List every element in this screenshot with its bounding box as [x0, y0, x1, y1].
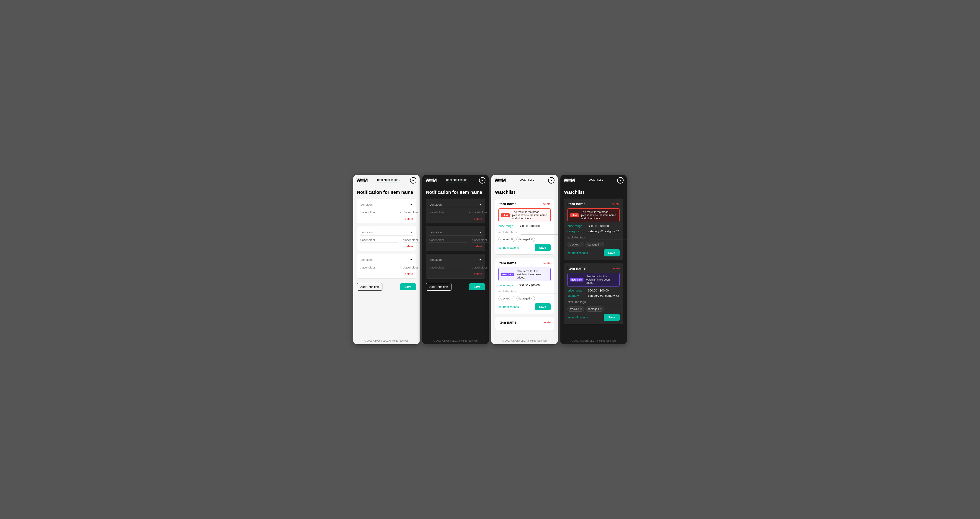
delete-link[interactable]: delete [360, 244, 413, 248]
category-value: category #1, catgory #2 [588, 230, 620, 233]
alert-text: The result is too broad, please review t… [581, 210, 617, 220]
delete-link[interactable]: delete [429, 272, 482, 276]
condition-select[interactable]: condition ▾ [360, 229, 413, 235]
delete-link[interactable]: delete [429, 217, 482, 221]
watchlist-item: Item name delete [495, 317, 554, 330]
tag-label: cracked [501, 297, 510, 300]
item-name-label: Item name [498, 321, 516, 324]
placeholder-input-1[interactable] [360, 237, 398, 243]
watchlist-item: Item name delete new item New items for … [564, 263, 623, 324]
delete-link[interactable]: delete [542, 202, 550, 206]
select-chevron-icon: ▾ [479, 203, 481, 206]
placeholder-input-2[interactable] [403, 237, 420, 243]
tag-remove-icon[interactable]: ✕ [600, 243, 602, 246]
delete-link[interactable]: delete [360, 217, 413, 221]
placeholder-input-2[interactable] [403, 210, 420, 215]
placeholder-input-1[interactable] [360, 210, 398, 215]
watchlist-footer-row: set notifications Save [568, 314, 620, 321]
condition-label: condition [430, 203, 442, 206]
avatar-icon[interactable]: ● [617, 177, 624, 184]
price-range-value: $00.00 - $00.00 [588, 289, 620, 292]
select-chevron-icon: ▾ [479, 258, 481, 262]
watchlist-item-header: Item name delete [498, 321, 550, 324]
separator: - [469, 238, 470, 241]
placeholder-row: - [360, 208, 413, 216]
placeholder-row: - [360, 263, 413, 271]
placeholder-input-2[interactable] [472, 210, 488, 215]
save-button[interactable]: Save [535, 303, 550, 310]
set-notifications-link[interactable]: set notifications [568, 251, 588, 255]
save-button[interactable]: Save [400, 283, 416, 290]
save-button[interactable]: Save [469, 283, 485, 290]
logo-icon: W≡M [425, 178, 437, 183]
tags-input[interactable] [521, 289, 558, 294]
avatar-icon[interactable]: ● [548, 177, 555, 184]
tags-row: cracked ✕ damaged ✕ [498, 237, 550, 242]
separator: - [469, 211, 470, 214]
price-range-row: price range $00.00 - $00.00 [498, 224, 550, 228]
add-condition-button[interactable]: Add Condition [357, 283, 382, 290]
condition-select[interactable]: condition ▾ [429, 257, 482, 263]
header: W≡M Item Notification ▾ ● [422, 175, 488, 186]
tags-input[interactable] [590, 300, 627, 304]
tag-chip: cracked ✕ [498, 237, 515, 242]
tag-remove-icon[interactable]: ✕ [580, 243, 582, 246]
tag-label: cracked [570, 243, 579, 246]
placeholder-input-1[interactable] [429, 237, 467, 243]
nav-dropdown[interactable]: Watchlist ▾ [577, 179, 615, 182]
tags-input[interactable] [521, 230, 558, 235]
set-notifications-link[interactable]: set notifications [498, 246, 519, 249]
condition-select[interactable]: condition ▾ [429, 229, 482, 235]
tags-input[interactable] [590, 235, 627, 240]
placeholder-input-2[interactable] [403, 265, 420, 270]
save-button[interactable]: Save [535, 244, 550, 251]
condition-select[interactable]: condition ▾ [360, 202, 413, 208]
tag-chip: cracked ✕ [568, 306, 584, 311]
placeholder-input-2[interactable] [472, 265, 488, 270]
delete-link[interactable]: delete [612, 202, 620, 206]
price-range-label: price range [568, 289, 588, 292]
watchlist-item: Item name delete new item New items for … [495, 258, 554, 314]
condition-select[interactable]: condition ▾ [360, 257, 413, 263]
placeholder-input-1[interactable] [429, 210, 467, 215]
tag-chip: cracked ✕ [498, 296, 515, 301]
nav-dropdown[interactable]: Item Notification ▾ [439, 178, 477, 183]
placeholder-input-1[interactable] [360, 265, 398, 270]
actions-row: Add Condition Save [426, 281, 485, 292]
placeholder-row: - [360, 235, 413, 244]
placeholder-input-2[interactable] [472, 237, 488, 243]
tag-label: cracked [501, 238, 510, 241]
delete-link[interactable]: delete [429, 244, 482, 248]
tag-remove-icon[interactable]: ✕ [511, 238, 513, 241]
tag-remove-icon[interactable]: ✕ [580, 308, 582, 310]
select-chevron-icon: ▾ [410, 258, 412, 262]
delete-link[interactable]: delete [542, 321, 550, 324]
save-button[interactable]: Save [604, 249, 620, 256]
tag-remove-icon[interactable]: ✕ [600, 308, 602, 310]
condition-block: condition ▾ - delete [426, 226, 485, 251]
add-condition-button[interactable]: Add Condition [426, 283, 452, 290]
set-notifications-link[interactable]: set notifications [498, 305, 519, 309]
separator: - [469, 266, 470, 269]
nav-dropdown[interactable]: Watchlist ▾ [508, 179, 546, 182]
header: W≡M Watchlist ▾ ● [492, 175, 558, 186]
delete-link[interactable]: delete [612, 267, 620, 270]
set-notifications-link[interactable]: set notifications [568, 316, 588, 319]
nav-label: Item Notification [377, 178, 398, 183]
tag-remove-icon[interactable]: ✕ [531, 238, 533, 241]
tag-remove-icon[interactable]: ✕ [511, 297, 513, 300]
tag-remove-icon[interactable]: ✕ [531, 297, 533, 300]
delete-link[interactable]: delete [360, 272, 413, 276]
footer: © 2023 Alkyona LLC. All rights reserved [560, 337, 627, 344]
watchlist-item: Item name delete alert The result is too… [564, 198, 623, 260]
avatar-icon[interactable]: ● [479, 177, 485, 184]
excluded-tags-label: excluded tags [568, 300, 588, 303]
save-button[interactable]: Save [604, 314, 620, 321]
nav-dropdown[interactable]: Item Notification ▾ [369, 178, 408, 183]
delete-link[interactable]: delete [542, 262, 550, 265]
page-title: Notification for Item name [426, 190, 485, 195]
alert-box: alert The result is too broad, please re… [568, 208, 620, 222]
placeholder-input-1[interactable] [429, 265, 467, 270]
condition-select[interactable]: condition ▾ [429, 202, 482, 208]
avatar-icon[interactable]: ● [410, 177, 417, 184]
